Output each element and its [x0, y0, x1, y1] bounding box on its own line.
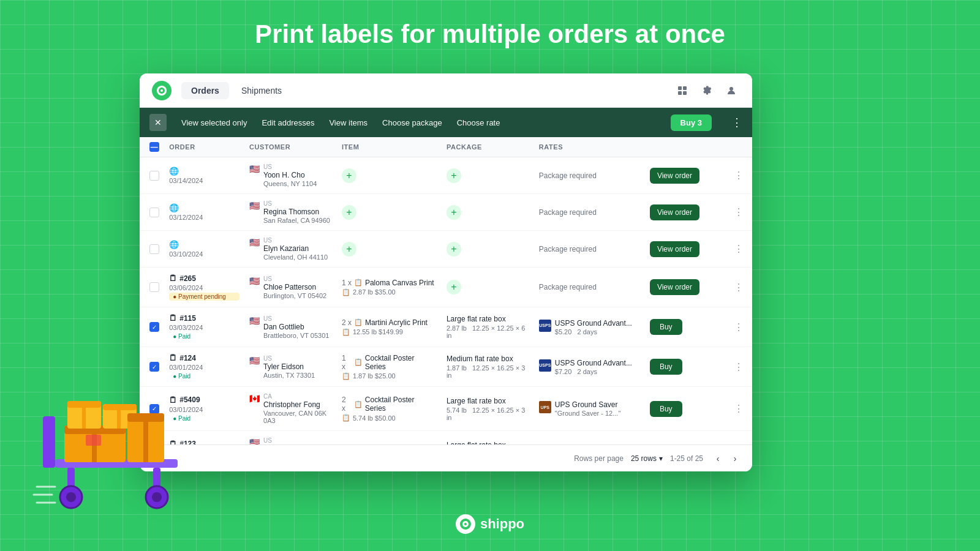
- customer-address: Vancouver, CAN 06K 0A3: [263, 410, 332, 424]
- view-order-button[interactable]: View order: [650, 204, 699, 220]
- toolbar-edit-addresses[interactable]: Edit addresses: [262, 118, 314, 127]
- order-id: 🌐: [169, 203, 239, 212]
- item-cell: 2 x 📋 Martini Acrylic Print 📋 12.55 lb $…: [337, 307, 442, 347]
- toolbar-more-icon[interactable]: ⋮: [731, 116, 742, 129]
- customer-info: 🇺🇸 US Tyler Eidson Austin, TX 73301: [249, 355, 332, 379]
- row-checkbox[interactable]: [149, 171, 159, 181]
- customer-country: US: [263, 276, 326, 282]
- item-name: 1 x 📋 Cocktail Poster Series: [342, 354, 437, 371]
- rows-per-page-select[interactable]: 25 rows ▾: [631, 454, 663, 463]
- row-checkbox[interactable]: [149, 244, 159, 254]
- add-package-icon[interactable]: +: [447, 205, 461, 220]
- rate-meta: $7.20 2 days: [555, 368, 632, 375]
- customer-country: US: [263, 437, 332, 444]
- item-cell: 6 📋 Items 📋 5.74 lb $69.99: [337, 431, 442, 445]
- customer-country: CA: [263, 393, 332, 400]
- buy-rate-button[interactable]: Buy: [650, 401, 682, 417]
- row-checkbox[interactable]: ✓: [149, 322, 159, 332]
- package-cell: Large flat rate box 7.88 lb 12.25 × 16.2…: [442, 431, 534, 445]
- action-cell: View order: [645, 157, 725, 194]
- row-more-icon[interactable]: ⋮: [730, 281, 747, 294]
- page-title: Print labels for multiple orders at once: [0, 0, 980, 61]
- order-cell: 🌐 03/10/2024: [164, 231, 244, 268]
- item-name: 2 x 📋 Cocktail Poster Series: [342, 395, 437, 413]
- view-order-button[interactable]: View order: [650, 168, 699, 184]
- customer-cell: 🇺🇸 US Regina Thomson San Rafael, CA 9496…: [244, 194, 337, 231]
- more-cell: ⋮: [725, 347, 752, 387]
- row-checkbox[interactable]: [149, 282, 159, 292]
- buy-rate-button[interactable]: Buy: [650, 319, 682, 335]
- add-package-icon[interactable]: +: [447, 168, 461, 183]
- row-more-icon[interactable]: ⋮: [730, 361, 747, 373]
- next-page-button[interactable]: ›: [728, 451, 742, 466]
- view-order-button[interactable]: View order: [650, 241, 699, 257]
- settings-icon[interactable]: [698, 82, 715, 99]
- item-cell: +: [337, 231, 442, 268]
- rate-name: UPS Ground Saver: [555, 400, 620, 409]
- prev-page-button[interactable]: ‹: [710, 451, 725, 466]
- package-meta: 1.87 lb 12.25 × 16.25 × 3 in: [447, 364, 529, 379]
- package-cell: +: [442, 157, 534, 194]
- order-status-badge: ● Payment pending: [169, 293, 239, 301]
- svg-rect-27: [117, 404, 121, 429]
- rate-name: USPS Ground Advant...: [555, 319, 632, 328]
- row-more-icon[interactable]: ⋮: [730, 169, 747, 182]
- row-checkbox[interactable]: [149, 208, 159, 217]
- package-cell: +: [442, 268, 534, 307]
- tab-orders[interactable]: Orders: [181, 82, 229, 99]
- page-navigation: ‹ ›: [710, 451, 742, 466]
- view-order-button[interactable]: View order: [650, 279, 699, 295]
- rate-cell: Package required: [534, 157, 645, 194]
- row-more-icon[interactable]: ⋮: [730, 321, 747, 334]
- action-cell: View order: [645, 268, 725, 307]
- toolbar-view-selected[interactable]: View selected only: [181, 118, 247, 127]
- toolbar-choose-rate[interactable]: Choose rate: [457, 118, 500, 127]
- illustration: [31, 355, 202, 527]
- rate-cell: Package required: [534, 231, 645, 268]
- package-cell: Large flat rate box 2.87 lb 12.25 × 12.2…: [442, 307, 534, 347]
- add-item-icon[interactable]: +: [342, 205, 356, 220]
- toolbar-choose-package[interactable]: Choose package: [382, 118, 442, 127]
- item-info: 1 x 📋 Cocktail Poster Series 📋 1.87 lb $…: [342, 354, 437, 380]
- more-cell: ⋮: [725, 231, 752, 268]
- order-date: 03/14/2024: [169, 177, 239, 184]
- order-cell: 🌐 03/14/2024: [164, 157, 244, 194]
- toolbar-view-items[interactable]: View items: [329, 118, 368, 127]
- rate-sub: "Ground Saver - 12...": [555, 410, 620, 417]
- customer-name: Tyler Eidson: [263, 362, 315, 371]
- svg-rect-4: [683, 86, 687, 90]
- package-name: Medium flat rate box: [447, 354, 529, 363]
- customer-info: 🇨🇦 CA Christopher Fong Vancouver, CAN 06…: [249, 393, 332, 424]
- grid-icon[interactable]: [674, 82, 691, 99]
- customer-flag: 🇺🇸: [249, 316, 260, 326]
- checkbox-cell: [140, 231, 164, 268]
- carrier-logo: USPS: [539, 359, 551, 372]
- customer-address: San Rafael, CA 94960: [263, 217, 330, 224]
- package-info: Medium flat rate box 1.87 lb 12.25 × 16.…: [447, 354, 529, 379]
- select-all-checkbox[interactable]: —: [149, 142, 159, 152]
- add-package-icon[interactable]: +: [447, 280, 461, 294]
- svg-rect-24: [82, 401, 86, 429]
- user-icon[interactable]: [723, 82, 740, 99]
- buy-rate-button[interactable]: Buy: [650, 359, 682, 375]
- buy-button[interactable]: Buy 3: [671, 114, 712, 131]
- footer-brand-name: shippo: [480, 516, 524, 532]
- carrier-logo: USPS: [539, 320, 551, 332]
- table-row: 🌐 03/12/2024 🇺🇸 US Regina Thomson San Ra…: [140, 194, 752, 231]
- item-name: 1 x 📋 Paloma Canvas Print: [342, 279, 437, 287]
- row-more-icon[interactable]: ⋮: [730, 242, 747, 255]
- add-package-icon[interactable]: +: [447, 242, 461, 257]
- close-button[interactable]: ✕: [149, 114, 167, 131]
- rate-info: USPS USPS Ground Advant... $7.20 2 days: [539, 359, 640, 375]
- col-header-package: PACKAGE: [442, 137, 534, 157]
- customer-cell: 🇺🇸 US Yoon H. Cho Queens, NY 1104: [244, 157, 337, 194]
- row-more-icon[interactable]: ⋮: [730, 402, 747, 415]
- add-item-icon[interactable]: +: [342, 168, 356, 183]
- row-more-icon[interactable]: ⋮: [730, 206, 747, 219]
- table-row: ✓ 🗒 #115 03/03/2024● Paid 🇺🇸 US Dan Gott…: [140, 307, 752, 347]
- carrier-logo: UPS: [539, 401, 551, 413]
- customer-flag: 🇺🇸: [249, 201, 260, 211]
- action-cell: Buy: [645, 307, 725, 347]
- add-item-icon[interactable]: +: [342, 242, 356, 257]
- tab-shipments[interactable]: Shipments: [232, 82, 292, 99]
